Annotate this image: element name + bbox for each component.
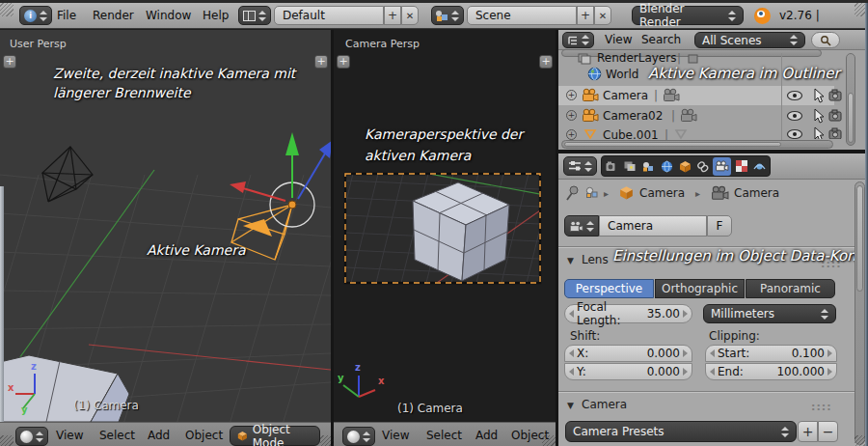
- visibility-eye-icon[interactable]: [788, 92, 802, 100]
- renderability-camera-icon[interactable]: [829, 90, 841, 100]
- focal-length-slider[interactable]: Focal Length: 35.00: [564, 304, 692, 323]
- selectability-cursor-icon[interactable]: [815, 89, 824, 102]
- outliner-filter-dropdown[interactable]: All Scenes: [694, 32, 805, 48]
- menu-render[interactable]: Render: [93, 3, 134, 29]
- renderability-camera-icon[interactable]: [829, 128, 841, 139]
- scene-name-field[interactable]: Scene: [467, 6, 577, 25]
- decrement-chevron-icon[interactable]: [569, 349, 574, 357]
- increment-chevron-icon[interactable]: [683, 368, 688, 376]
- tab-constraints[interactable]: [694, 158, 711, 175]
- lens-type-orthographic[interactable]: Orthographic: [655, 279, 745, 298]
- outliner-hscrollbar[interactable]: [561, 140, 833, 149]
- increment-chevron-icon[interactable]: [827, 349, 832, 357]
- id-name-field[interactable]: Camera: [599, 215, 707, 237]
- lens-type-panoramic[interactable]: Panoramic: [746, 279, 835, 298]
- panel-drag-dots[interactable]: ::::: [811, 401, 832, 413]
- visibility-eye-icon[interactable]: [788, 130, 802, 139]
- selectability-cursor-icon[interactable]: [815, 127, 824, 139]
- tab-object[interactable]: [677, 158, 693, 175]
- tab-physics[interactable]: [751, 158, 768, 175]
- scene-type-button[interactable]: [431, 6, 464, 25]
- layout-close-button[interactable]: ✕: [401, 6, 419, 25]
- increment-chevron-icon[interactable]: [683, 349, 688, 357]
- mode-dropdown[interactable]: Object Mode: [230, 426, 320, 446]
- shift-x-field[interactable]: X: 0.000: [564, 345, 692, 362]
- menu-select[interactable]: Select: [426, 423, 462, 446]
- scene-breadcrumb-icon[interactable]: [585, 186, 599, 199]
- lens-type-perspective[interactable]: Perspective: [564, 279, 654, 298]
- editor-type-button-info[interactable]: i: [19, 6, 52, 25]
- expand-toggle[interactable]: +: [566, 90, 577, 100]
- pin-icon[interactable]: [565, 185, 580, 202]
- editor-type-button-3dview[interactable]: [342, 427, 375, 446]
- properties-vscrollbar-thumb[interactable]: [856, 185, 863, 292]
- editor-type-button-outliner[interactable]: [562, 32, 594, 48]
- outliner-vscrollbar-thumb[interactable]: [848, 93, 854, 143]
- tab-texture[interactable]: [733, 158, 749, 175]
- breadcrumb-object-name[interactable]: Camera: [639, 186, 685, 200]
- tab-object-data-active[interactable]: [713, 157, 731, 176]
- preset-add-button[interactable]: +: [798, 421, 818, 442]
- editor-type-button-properties[interactable]: [563, 156, 597, 176]
- camera-presets-dropdown[interactable]: Camera Presets: [565, 421, 797, 442]
- lens-unit-dropdown[interactable]: Millimeters: [703, 304, 836, 323]
- visibility-eye-icon[interactable]: [788, 112, 802, 121]
- increment-chevron-icon[interactable]: [683, 310, 688, 318]
- inactive-camera-wireframe[interactable]: [42, 147, 93, 202]
- collapse-triangle-icon[interactable]: ▼: [567, 256, 574, 265]
- menu-object[interactable]: Object: [185, 423, 223, 446]
- region-expand-button[interactable]: +: [3, 55, 16, 69]
- camera-panel-title[interactable]: Camera: [582, 398, 627, 411]
- object-breadcrumb-icon[interactable]: [619, 185, 634, 200]
- decrement-chevron-icon[interactable]: [710, 349, 715, 357]
- shift-y-field[interactable]: Y: 0.000: [564, 363, 692, 380]
- tab-scene[interactable]: [640, 158, 657, 175]
- viewport-user-persp[interactable]: User Persp + + Zweite, derzeit inaktive …: [0, 30, 331, 422]
- tab-world[interactable]: [659, 158, 675, 175]
- expand-toggle[interactable]: +: [566, 110, 577, 121]
- menu-add[interactable]: Add: [148, 423, 170, 446]
- region-expand-button[interactable]: +: [314, 55, 328, 69]
- menu-window[interactable]: Window: [146, 3, 191, 29]
- menu-help[interactable]: Help: [203, 3, 229, 29]
- increment-chevron-icon[interactable]: [827, 368, 832, 376]
- id-type-button[interactable]: [564, 215, 599, 237]
- tab-render-layers[interactable]: [622, 158, 638, 175]
- scene-close-button[interactable]: ✕: [594, 6, 611, 25]
- menu-view[interactable]: View: [382, 423, 409, 446]
- clip-end-field[interactable]: End: 100.000: [705, 363, 837, 380]
- menu-object[interactable]: Object: [511, 423, 549, 446]
- editor-type-button-3dview[interactable]: [15, 427, 48, 446]
- region-expand-button[interactable]: +: [539, 55, 553, 69]
- outliner-row-renderlayers[interactable]: RenderLayers |: [558, 53, 834, 65]
- window-corner-grip[interactable]: [0, 3, 14, 16]
- tab-render[interactable]: [604, 158, 620, 175]
- outliner-vscrollbar-track[interactable]: [846, 53, 855, 146]
- selectability-cursor-icon[interactable]: [815, 109, 824, 123]
- layout-type-button[interactable]: [238, 6, 271, 25]
- camera-breadcrumb-icon[interactable]: [711, 185, 729, 201]
- decrement-chevron-icon[interactable]: [569, 310, 574, 318]
- menu-select[interactable]: Select: [99, 423, 135, 446]
- fake-user-button[interactable]: F: [707, 215, 732, 237]
- breadcrumb-data-name[interactable]: Camera: [734, 186, 779, 200]
- layout-add-button[interactable]: +: [384, 6, 401, 25]
- outliner-row-world[interactable]: World Aktive Kamera im Outliner: [558, 65, 868, 84]
- menu-view[interactable]: View: [56, 423, 83, 446]
- collapse-triangle-icon[interactable]: ▼: [567, 401, 574, 410]
- render-engine-dropdown[interactable]: Blender Render: [632, 6, 744, 25]
- menu-add[interactable]: Add: [475, 423, 498, 446]
- layout-name-field[interactable]: Default: [274, 6, 384, 25]
- outliner-hscrollbar-thumb[interactable]: [564, 142, 781, 147]
- clip-start-field[interactable]: Start: 0.100: [705, 345, 837, 362]
- properties-vscrollbar-track[interactable]: [854, 181, 865, 445]
- renderability-camera-icon[interactable]: [829, 110, 841, 121]
- scene-add-button[interactable]: +: [577, 6, 594, 25]
- region-expand-button[interactable]: +: [337, 55, 350, 69]
- menu-file[interactable]: File: [57, 3, 76, 29]
- preset-remove-button[interactable]: −: [818, 421, 838, 442]
- decrement-chevron-icon[interactable]: [710, 368, 715, 376]
- expand-toggle[interactable]: +: [566, 129, 577, 140]
- viewport-camera-persp[interactable]: Camera Persp + + Kameraperspektive der a…: [334, 30, 556, 422]
- decrement-chevron-icon[interactable]: [569, 368, 574, 376]
